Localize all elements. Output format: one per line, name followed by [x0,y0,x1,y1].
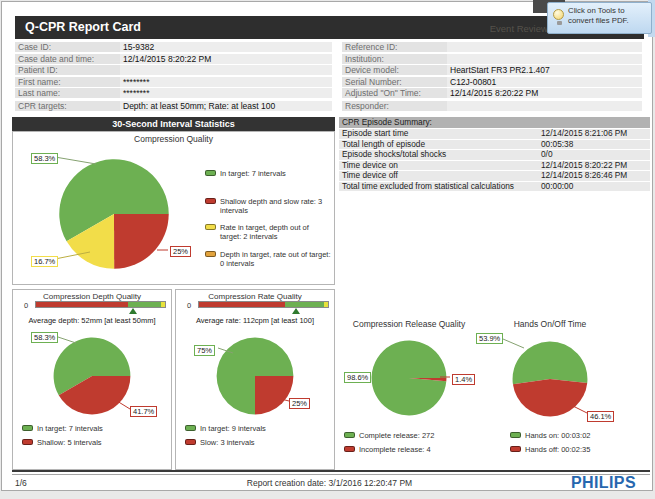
tooltip-line2: PDF. [612,16,629,25]
legend-label: In target: 9 intervals [200,424,325,433]
field-value: 12/14/2015 8:20:22 PM [447,88,642,98]
legend-label: Depth in target, rate out of target: 0 i… [220,250,331,268]
hands-on-off-pie [511,340,589,418]
field-value [120,65,332,75]
form-row-cpr-targets: CPR targets: Depth: at least 50mm; Rate:… [15,101,332,111]
legend-label: Rate in target, depth out of target: 2 i… [220,223,331,241]
field-label: Case date and time: [15,54,120,64]
form-row-responder: Responder: [342,101,642,111]
depth-gauge [35,301,166,317]
gauge-marker-icon [129,308,137,314]
field-value: HeartStart FR3 PR2.1.407 [447,65,642,75]
field-label: Device model: [342,65,447,75]
legend-item: Shallow: 5 intervals [22,438,162,447]
field-value: C12J-00801 [447,77,642,87]
form-row-case-id: Case ID: 15-9382 [15,42,332,52]
legend-label: Shallow: 5 intervals [37,438,162,447]
legend-label: In target: 7 intervals [37,424,162,433]
pie-label: 25% [289,398,310,409]
gauge-marker-icon [292,308,300,314]
convert-pdf-tooltip[interactable]: Click on Tools to convert files PDF. [547,2,652,34]
pie-label: 16.7% [31,256,58,267]
rate-caption: Average rate: 112cpm [at least 100] [175,316,335,325]
summary-label: Time device on [342,161,398,171]
summary-label: Episode shocks/total shocks [342,150,446,160]
legend-label: Hands off: 00:02:35 [525,445,630,454]
green-swatch-icon [22,425,33,431]
pie-label: 1.4% [452,374,475,385]
form-row-serial-number: Serial Number: C12J-00801 [342,77,642,87]
compression-quality-pie [57,157,171,271]
summary-label: Time device off [342,171,398,181]
legend-label: Complete release: 272 [359,431,474,440]
red-swatch-icon [344,446,355,452]
legend-item: In target: 9 intervals [185,424,325,433]
field-label: Serial Number: [342,77,447,87]
field-label: Reference ID: [342,42,447,52]
legend-label: In target: 7 intervals [220,169,331,178]
summary-label: Total length of episode [342,140,425,150]
rate-gauge [198,301,329,317]
legend-label: Hands on: 00:03:02 [525,431,630,440]
legend-item: Depth in target, rate out of target: 0 i… [205,250,331,268]
legend-item: Slow: 3 intervals [185,438,325,447]
summary-row: Time device on 12/14/2015 8:20:22 PM [339,161,650,171]
field-label: First name: [15,77,120,87]
summary-value: 00:00:00 [541,182,573,192]
rate-quality-title: Compression Rate Quality [175,292,335,301]
depth-caption: Average depth: 52mm [at least 50mm] [12,316,172,325]
tooltip-text: Click on Tools to convert files PDF. [568,6,651,25]
summary-value: 12/14/2015 8:21:06 PM [541,129,627,139]
summary-row: Episode start time 12/14/2015 8:21:06 PM [339,129,650,139]
summary-row: Time device off 12/14/2015 8:26:46 PM [339,171,650,181]
gauge-bar [198,301,329,308]
report-creation-date: Report creation date: 3/1/2016 12:20:47 … [2,478,655,488]
pie-label: 46.1% [587,411,614,422]
pie-label: 75% [194,345,215,356]
field-value: Depth: at least 50mm; Rate: at least 100 [120,101,332,111]
cpr-episode-summary: CPR Episode Summary: Episode start time … [339,117,650,191]
gauge-bar [35,301,166,308]
legend-item: Incomplete release: 4 [344,445,474,454]
form-row-first-name: First name: ******** [15,77,332,87]
yellow-swatch-icon [205,224,216,230]
field-label: Patient ID: [15,65,120,75]
legend-item: Hands on: 00:03:02 [510,431,630,440]
pie-label: 25% [170,246,191,257]
orange-swatch-icon [205,251,216,257]
form-row-case-date: Case date and time: 12/14/2015 8:20:22 P… [15,54,332,64]
legend-label: Shallow depth and slow rate: 3 intervals [220,197,331,215]
rate-quality-pie [215,336,295,416]
red-swatch-icon [22,439,33,445]
green-swatch-icon [205,170,216,176]
form-row-institution: Institution: [342,54,642,64]
device-info-form: Reference ID: Institution: Device model:… [342,42,642,112]
legend-item: Hands off: 00:02:35 [510,445,630,454]
red-swatch-icon [205,198,216,204]
field-label: Responder: [342,101,447,111]
release-quality-title: Compression Release Quality [339,319,479,329]
field-value: 12/14/2015 8:20:22 PM [120,54,332,64]
form-row-reference-id: Reference ID: [342,42,642,52]
summary-row: Total time excluded from statistical cal… [339,182,650,192]
field-value [447,42,642,52]
summary-value: 12/14/2015 8:20:22 PM [541,161,627,171]
field-value [447,54,642,64]
lightbulb-base-icon [557,21,562,25]
philips-logo: PHILIPS [571,474,636,492]
summary-value: 0/0 [541,150,553,160]
field-value: ******** [120,77,332,87]
footer-divider [12,470,650,472]
summary-row: Total length of episode 00:05:38 [339,140,650,150]
hands-on-off-title: Hands On/Off Time [500,319,600,329]
field-value [447,101,642,111]
case-info-form: Case ID: 15-9382 Case date and time: 12/… [15,42,332,112]
summary-label: Total time excluded from statistical cal… [342,182,514,192]
field-label: CPR targets: [15,101,120,111]
lightbulb-icon [553,9,564,20]
summary-value: 00:05:38 [541,140,573,150]
depth-quality-title: Compression Depth Quality [12,292,172,301]
summary-value: 12/14/2015 8:26:46 PM [541,171,627,181]
form-row-adjusted-on-time: Adjusted "On" Time: 12/14/2015 8:20:22 P… [342,88,642,98]
green-swatch-icon [185,425,196,431]
